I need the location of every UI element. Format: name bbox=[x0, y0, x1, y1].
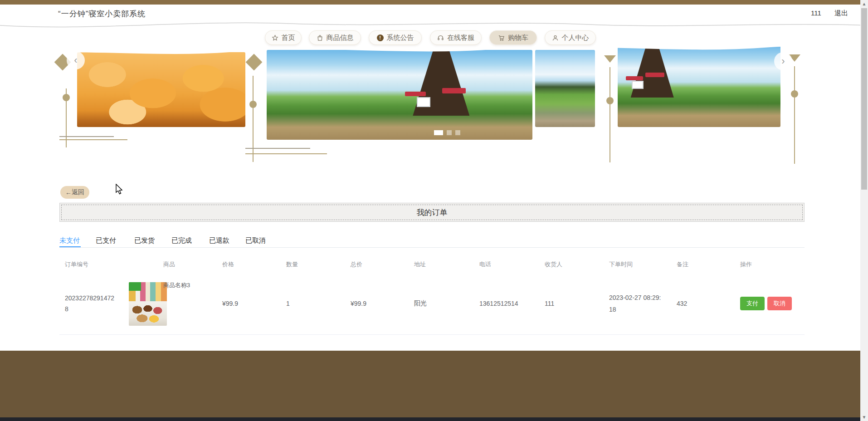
announcement-icon: ! bbox=[377, 34, 384, 41]
total-cell: ¥99.9 bbox=[345, 272, 409, 334]
orders-panel-header: 我的订单 bbox=[59, 203, 805, 222]
star-icon bbox=[272, 34, 278, 41]
line-decoration bbox=[610, 67, 610, 162]
arrow-left-icon: ← bbox=[65, 189, 72, 196]
product-thumbnail[interactable] bbox=[129, 282, 167, 326]
actions-cell: 支付 取消 bbox=[735, 272, 808, 334]
bag-icon bbox=[317, 34, 323, 41]
triangle-decoration bbox=[604, 55, 616, 63]
snack-pile-image bbox=[129, 301, 167, 326]
cancel-button[interactable]: 取消 bbox=[767, 297, 792, 310]
quantity-cell: 1 bbox=[281, 272, 345, 334]
order-no-value: 202322782914728 bbox=[65, 293, 116, 314]
carousel-slide-windmill-main[interactable] bbox=[267, 50, 532, 140]
col-price: 价格 bbox=[217, 258, 281, 271]
line-decoration bbox=[245, 148, 310, 149]
footer-dark-strip bbox=[0, 417, 860, 421]
col-quantity: 数量 bbox=[281, 258, 345, 271]
product-cell: 商品名称3 bbox=[158, 272, 217, 334]
line-decoration bbox=[794, 66, 795, 164]
carousel-indicator[interactable] bbox=[447, 130, 452, 135]
footer bbox=[0, 351, 860, 417]
nav-profile-label: 个人中心 bbox=[562, 34, 589, 42]
chips-photo bbox=[77, 52, 245, 127]
tab-unpaid[interactable]: 未支付 bbox=[59, 236, 80, 245]
col-total: 总价 bbox=[345, 258, 409, 271]
dot-decoration bbox=[249, 101, 257, 108]
windmill-red-roof bbox=[645, 73, 664, 77]
windmill-window bbox=[632, 81, 644, 89]
chevron-right-icon: › bbox=[781, 55, 785, 67]
scrollbar-down-arrow-icon[interactable]: ▼ bbox=[861, 414, 867, 420]
tab-paid[interactable]: 已支付 bbox=[96, 236, 116, 245]
carousel-slide-marsh[interactable] bbox=[535, 50, 595, 127]
carousel-next-button[interactable]: › bbox=[774, 52, 792, 70]
col-actions: 操作 bbox=[735, 258, 808, 271]
line-decoration bbox=[59, 136, 114, 137]
pay-button[interactable]: 支付 bbox=[740, 297, 765, 310]
product-name: 商品名称3 bbox=[163, 281, 190, 289]
nav-cart[interactable]: 购物车 bbox=[489, 30, 537, 45]
green-label-image bbox=[129, 282, 141, 291]
windmill-red-awning bbox=[405, 92, 426, 96]
scrollbar-thumb[interactable] bbox=[861, 8, 867, 190]
nav-home-label: 首页 bbox=[282, 34, 295, 42]
tab-shipped[interactable]: 已发货 bbox=[134, 236, 155, 245]
headset-icon bbox=[437, 34, 444, 41]
time-value: 2023-02-27 08:29:18 bbox=[609, 292, 663, 315]
col-order-no: 订单编号 bbox=[59, 258, 158, 271]
col-address: 地址 bbox=[409, 258, 474, 271]
top-brown-bar bbox=[0, 0, 860, 5]
back-button[interactable]: ←返回 bbox=[60, 186, 89, 199]
carousel-slide-chips[interactable] bbox=[77, 52, 245, 127]
carousel-indicator-active[interactable] bbox=[434, 130, 443, 135]
col-product: 商品 bbox=[158, 258, 217, 271]
cart-icon bbox=[498, 34, 505, 41]
mouse-cursor bbox=[115, 184, 125, 196]
marsh-photo bbox=[535, 50, 595, 127]
col-receiver: 收货人 bbox=[539, 258, 604, 271]
tabs-divider bbox=[59, 247, 805, 248]
nav-products-label: 商品信息 bbox=[327, 34, 354, 42]
receiver-cell: 111 bbox=[539, 272, 604, 334]
line-decoration bbox=[253, 76, 254, 162]
user-icon bbox=[552, 34, 559, 41]
nav-profile[interactable]: 个人中心 bbox=[545, 30, 596, 45]
carousel-indicator[interactable] bbox=[455, 130, 460, 135]
orders-table-header: 订单编号 商品 价格 数量 总价 地址 电话 收货人 下单时间 备注 操作 bbox=[59, 258, 805, 271]
address-cell: 阳光 bbox=[409, 272, 474, 334]
scrollbar-up-arrow-icon[interactable]: ▲ bbox=[861, 1, 867, 7]
dot-decoration bbox=[606, 97, 614, 104]
site-title: “一分钟”寝室小卖部系统 bbox=[58, 9, 146, 19]
carousel-prev-button[interactable]: ‹ bbox=[67, 51, 85, 69]
col-phone: 电话 bbox=[474, 258, 539, 271]
dot-decoration bbox=[63, 94, 70, 101]
col-remark: 备注 bbox=[671, 258, 735, 271]
nav-support[interactable]: 在线客服 bbox=[430, 30, 482, 45]
order-row: 202322782914728 商品名称3 ¥99.9 1 ¥99.9 阳光 1… bbox=[59, 272, 805, 335]
tab-cancelled[interactable]: 已取消 bbox=[245, 236, 266, 245]
windmill-photo bbox=[267, 50, 532, 140]
nav-home[interactable]: 首页 bbox=[265, 30, 302, 45]
time-cell: 2023-02-27 08:29:18 bbox=[604, 272, 671, 334]
active-tab-underline bbox=[59, 246, 81, 247]
carousel-indicators bbox=[434, 130, 460, 135]
nav-cart-label: 购物车 bbox=[508, 34, 528, 42]
line-decoration bbox=[59, 139, 127, 140]
header-username[interactable]: 111 bbox=[811, 9, 821, 17]
line-decoration bbox=[245, 153, 327, 154]
windmill-red-awning bbox=[626, 76, 643, 80]
price-cell: ¥99.9 bbox=[217, 272, 281, 334]
col-time: 下单时间 bbox=[604, 258, 671, 271]
dot-decoration bbox=[791, 90, 798, 98]
back-button-label: 返回 bbox=[72, 188, 84, 196]
tab-refunded[interactable]: 已退款 bbox=[209, 236, 229, 245]
orders-panel-title: 我的订单 bbox=[60, 203, 804, 221]
nav-announcements[interactable]: ! 系统公告 bbox=[369, 30, 422, 45]
nav-support-label: 在线客服 bbox=[447, 34, 474, 42]
logout-link[interactable]: 退出 bbox=[834, 9, 848, 18]
windmill-red-roof bbox=[442, 88, 466, 93]
tab-completed[interactable]: 已完成 bbox=[171, 236, 192, 245]
nav-products[interactable]: 商品信息 bbox=[309, 30, 361, 45]
chevron-left-icon: ‹ bbox=[74, 54, 77, 66]
